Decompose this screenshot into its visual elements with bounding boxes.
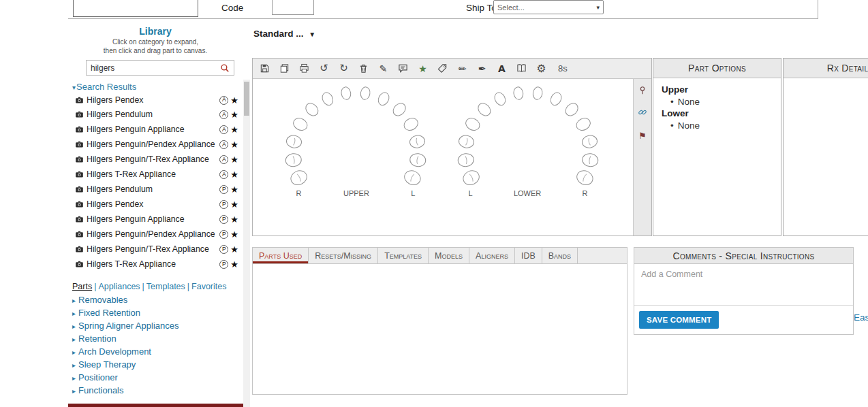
star-icon[interactable]: ★ (417, 63, 429, 75)
library-result-item[interactable]: Hilgers T-Rex ApplianceP★ (68, 259, 243, 274)
bottom-accent-bar (68, 404, 243, 407)
favorite-star-icon[interactable]: ★ (230, 125, 238, 134)
search-icon[interactable] (216, 63, 234, 73)
library-result-item[interactable]: Hilgers Penguin/Pendex ApplianceP★ (68, 229, 243, 244)
print-icon[interactable] (298, 63, 310, 75)
save-comment-button[interactable]: SAVE COMMENT (639, 311, 719, 329)
library-nav-templates[interactable]: Templates (146, 282, 185, 291)
copy-icon[interactable] (279, 63, 290, 75)
tab-resets-missing[interactable]: Resets/Missing (309, 248, 378, 263)
ship-to-select[interactable]: Select... ▾ (493, 0, 604, 14)
lower-arch-diagram (456, 86, 600, 189)
library-result-item[interactable]: Hilgers Penguin/T-Rex ApplianceP★ (68, 244, 243, 259)
favorite-star-icon[interactable]: ★ (230, 215, 238, 224)
library-nav-favorites[interactable]: Favorites (191, 282, 226, 291)
category-item[interactable]: ▸Functionals (72, 385, 243, 397)
favorite-star-icon[interactable]: ★ (230, 245, 238, 254)
type-badge: A (219, 110, 228, 119)
result-name: Hilgers Penguin/T-Rex Appliance (87, 244, 219, 255)
favorite-star-icon[interactable]: ★ (230, 110, 238, 119)
favorite-star-icon[interactable]: ★ (230, 155, 238, 164)
canvas-side-rail: ⚑ (633, 79, 651, 235)
text-icon[interactable]: A (496, 63, 508, 75)
delete-icon[interactable] (358, 63, 369, 75)
template-selected-name: Standard ... (253, 29, 304, 39)
tab-idb[interactable]: IDB (515, 248, 542, 263)
chevron-right-icon: ▸ (72, 348, 76, 356)
link-icon[interactable] (638, 108, 647, 120)
result-meta: P★ (219, 200, 238, 209)
library-nav-appliances[interactable]: Appliances (98, 282, 140, 291)
gear-icon[interactable]: ⚙ (536, 63, 547, 75)
camera-icon (75, 170, 84, 182)
undo-icon[interactable]: ↺ (318, 63, 330, 75)
marker-icon[interactable]: ✒ (476, 63, 488, 75)
favorite-star-icon[interactable]: ★ (230, 185, 238, 194)
library-result-item[interactable]: Hilgers PendexP★ (68, 199, 243, 214)
result-meta: P★ (219, 185, 238, 194)
category-item[interactable]: ▸Removables (72, 294, 243, 307)
design-canvas[interactable]: R UPPER L L LOWER R ⚑ (253, 79, 651, 235)
category-item[interactable]: ▸Arch Development (72, 346, 243, 359)
tab-bands[interactable]: Bands (542, 248, 578, 263)
pencil-icon[interactable]: ✏ (456, 63, 468, 75)
favorite-star-icon[interactable]: ★ (230, 96, 238, 105)
comment-icon[interactable] (397, 63, 409, 75)
category-item[interactable]: ▸Retention (72, 333, 243, 346)
nav-separator: | (187, 282, 189, 291)
part-options-body: Upper•NoneLower•None (653, 78, 781, 137)
category-item[interactable]: ▸Sleep Therapy (72, 359, 243, 372)
flag-icon[interactable]: ⚑ (638, 129, 647, 142)
camera-icon (75, 140, 84, 152)
favorite-star-icon[interactable]: ★ (230, 170, 238, 179)
pin-icon[interactable] (638, 86, 647, 98)
library-result-item[interactable]: Hilgers Penguin ApplianceP★ (68, 214, 243, 229)
lower-arch[interactable]: L LOWER R (456, 86, 600, 197)
comment-input[interactable] (634, 264, 853, 306)
library-result-item[interactable]: Hilgers PendulumA★ (68, 109, 243, 124)
category-item[interactable]: ▸Fixed Retention (72, 307, 243, 320)
code-input[interactable] (272, 0, 314, 15)
category-label: Fixed Retention (78, 308, 140, 318)
library-result-item[interactable]: Hilgers PendexA★ (68, 94, 243, 109)
chevron-right-icon: ▸ (72, 374, 76, 382)
upper-arch[interactable]: R UPPER L (283, 86, 428, 197)
nav-separator: | (142, 282, 144, 291)
category-item[interactable]: ▸Positioner (72, 372, 243, 385)
tag-icon[interactable] (437, 63, 448, 75)
scrollbar-thumb[interactable] (244, 82, 249, 116)
library-search-input[interactable] (87, 63, 216, 73)
favorite-star-icon[interactable]: ★ (230, 200, 238, 209)
category-item[interactable]: ▸Spring Aligner Appliances (72, 320, 243, 333)
save-icon[interactable] (259, 63, 270, 75)
result-meta: A★ (219, 155, 238, 164)
library-result-item[interactable]: Hilgers Penguin/Pendex ApplianceA★ (68, 139, 243, 154)
tab-templates[interactable]: Templates (378, 248, 429, 263)
library-result-item[interactable]: Hilgers PendulumP★ (68, 184, 243, 199)
pen-icon[interactable]: ✎ (377, 63, 389, 75)
category-label: Removables (78, 295, 127, 305)
favorite-star-icon[interactable]: ★ (230, 140, 238, 149)
favorite-star-icon[interactable]: ★ (230, 230, 238, 239)
library-result-item[interactable]: Hilgers Penguin ApplianceA★ (68, 124, 243, 139)
chevron-right-icon: ▸ (72, 336, 76, 343)
upper-center-label: UPPER (343, 189, 369, 197)
book-icon[interactable] (516, 63, 527, 75)
library-result-item[interactable]: Hilgers Penguin/T-Rex ApplianceA★ (68, 154, 243, 169)
search-results-toggle[interactable]: ▾Search Results (72, 82, 243, 92)
vertical-scrollbar[interactable] (243, 80, 250, 407)
tab-models[interactable]: Models (429, 248, 469, 263)
type-badge: P (219, 185, 228, 194)
category-label: Functionals (78, 385, 123, 395)
template-selector[interactable]: Standard ... ▼ (253, 29, 315, 39)
tab-aligners[interactable]: Aligners (469, 248, 515, 263)
library-result-item[interactable]: Hilgers T-Rex ApplianceA★ (68, 169, 243, 184)
camera-icon (75, 230, 84, 242)
header-text-input[interactable] (73, 0, 198, 17)
tab-parts-used[interactable]: Parts Used (253, 248, 309, 263)
favorite-star-icon[interactable]: ★ (230, 260, 238, 269)
easyrx-link[interactable]: Eas (854, 312, 868, 323)
form-divider (68, 18, 818, 19)
redo-icon[interactable]: ↻ (338, 63, 350, 75)
library-nav-parts[interactable]: Parts (72, 282, 92, 291)
